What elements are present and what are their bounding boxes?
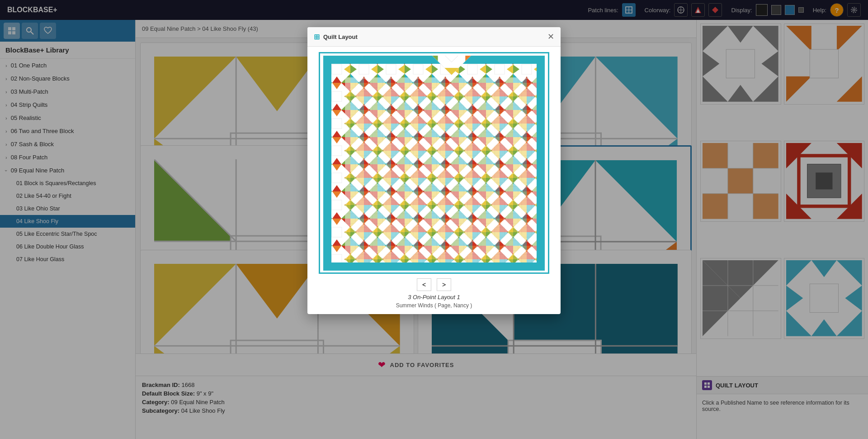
- modal-overlay[interactable]: ⊞ Quilt Layout ✕: [0, 0, 868, 439]
- modal-next-btn[interactable]: >: [437, 278, 451, 291]
- modal-close-button[interactable]: ✕: [547, 32, 554, 42]
- quilt-layout-modal: ⊞ Quilt Layout ✕: [307, 27, 561, 314]
- modal-title: ⊞ Quilt Layout: [314, 33, 358, 41]
- modal-caption: 3 On-Point Layout 1: [408, 294, 460, 301]
- modal-body: < > 3 On-Point Layout 1 Summer Winds ( P…: [307, 47, 561, 314]
- modal-prev-btn[interactable]: <: [417, 278, 431, 291]
- modal-header: ⊞ Quilt Layout ✕: [307, 27, 561, 47]
- modal-navigation: < >: [417, 278, 451, 291]
- modal-author: Summer Winds ( Page, Nancy ): [396, 302, 472, 309]
- quilt-layout-image: [319, 52, 549, 274]
- svg-rect-183: [345, 77, 537, 262]
